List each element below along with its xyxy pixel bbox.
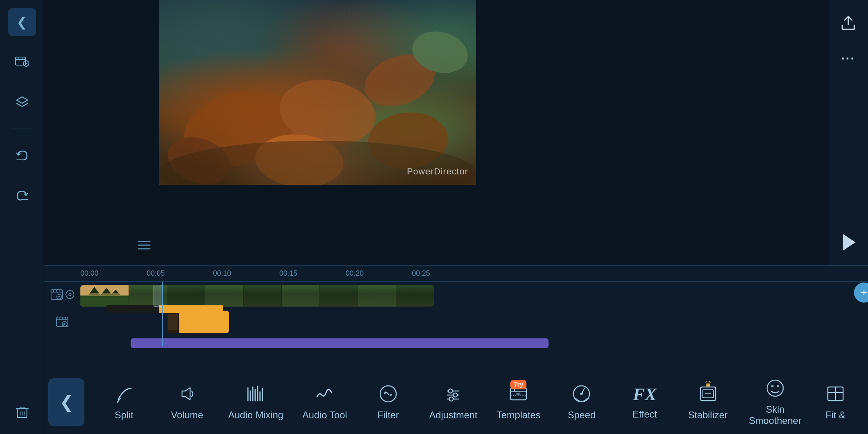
audio-clip-bar[interactable]: [131, 338, 549, 348]
speed-label: Speed: [568, 409, 596, 421]
svg-point-80: [777, 385, 779, 387]
skin-smoothener-label-2: Smoothener: [749, 415, 802, 426]
track-1-settings[interactable]: [65, 290, 75, 302]
svg-rect-11: [20, 407, 24, 409]
timeline-area: 00:00 00:05 00:10 00:15 00:20 00:25: [44, 265, 868, 370]
preview-area: PowerDirector: [44, 0, 828, 265]
split-icon-wrap: [114, 384, 134, 405]
speed-icon: [571, 384, 592, 404]
ruler-mark-0: 00:00: [80, 269, 98, 278]
skin-smoothener-label-wrap: Skin Smoothener: [749, 404, 802, 426]
svg-point-67: [449, 397, 453, 401]
adjustment-tool[interactable]: Adjustment: [429, 384, 477, 421]
svg-point-33: [66, 291, 74, 299]
pip-track-row: ②: [44, 310, 868, 336]
pip-thumb: [167, 311, 179, 333]
templates-tool[interactable]: Try Templates: [496, 384, 540, 421]
add-clip-button[interactable]: +: [854, 283, 868, 303]
video-track-content[interactable]: +: [80, 282, 868, 310]
toolbar-tools: Split Volume: [88, 378, 864, 426]
effect-label: Effect: [633, 409, 657, 420]
split-icon: [114, 384, 134, 404]
fit-tool[interactable]: Fit &: [820, 384, 850, 421]
video-preview: PowerDirector: [159, 0, 476, 185]
stabilizer-tool[interactable]: ♛ Stabilizer: [686, 384, 730, 421]
pip-track-content[interactable]: [80, 310, 868, 336]
speed-icon-wrap: [571, 384, 592, 405]
svg-point-78: [767, 380, 783, 396]
adjustment-label: Adjustment: [429, 409, 477, 421]
fit-label: Fit &: [825, 409, 845, 421]
audio-mixing-tool[interactable]: Audio Mixing: [228, 384, 283, 421]
svg-rect-72: [516, 393, 520, 395]
audio-tool-tool[interactable]: Audio Tool: [302, 384, 347, 421]
pip-clip-body: [179, 311, 229, 333]
video-clip-strip[interactable]: [80, 285, 434, 307]
fit-icon-wrap: [825, 384, 845, 405]
svg-point-74: [580, 393, 583, 395]
filter-label: Filter: [377, 409, 399, 421]
speed-tool[interactable]: Speed: [559, 384, 604, 421]
svg-rect-0: [16, 57, 25, 65]
more-options-button[interactable]: ···: [834, 44, 862, 72]
media-music-button[interactable]: [8, 48, 36, 76]
watermark: PowerDirector: [407, 166, 468, 177]
playhead-handle[interactable]: [154, 285, 162, 307]
ruler-mark-25: 00:25: [412, 269, 430, 278]
hamburger-menu[interactable]: [138, 240, 151, 253]
split-tool[interactable]: Split: [102, 384, 146, 421]
track-1-icon[interactable]: [50, 288, 63, 303]
volume-label: Volume: [171, 409, 203, 421]
filter-icon: [378, 384, 398, 404]
crown-icon: ♛: [704, 379, 712, 389]
yellow-clip-1[interactable]: [159, 305, 223, 313]
volume-icon: [177, 384, 197, 404]
ruler-mark-15: 00:15: [279, 269, 297, 278]
black-overlay-clip[interactable]: [106, 305, 159, 313]
sidebar-divider-1: [12, 129, 32, 129]
split-label: Split: [115, 409, 133, 421]
toolbar-back-button[interactable]: ❮: [48, 378, 84, 426]
fit-icon: [825, 384, 845, 404]
audio-mixing-icon-wrap: [246, 384, 266, 405]
timeline-tracks: +: [44, 282, 868, 370]
svg-point-65: [448, 389, 452, 393]
video-segment-7: [358, 285, 396, 307]
video-track-row: +: [44, 282, 868, 310]
preview-left-panel: [44, 0, 159, 265]
effect-icon: FX: [633, 385, 657, 404]
filter-tool[interactable]: Filter: [366, 384, 410, 421]
templates-icon-wrap: Try: [508, 384, 528, 405]
ruler-mark-20: 00:20: [346, 269, 364, 278]
back-button[interactable]: ❮: [8, 8, 36, 36]
skin-smoothener-tool[interactable]: Skin Smoothener: [749, 378, 802, 426]
undo-button[interactable]: [8, 141, 36, 169]
preview-right-panel: [476, 0, 828, 265]
skin-smoothener-icon: [765, 378, 785, 398]
export-button[interactable]: [834, 8, 862, 36]
try-badge: Try: [510, 380, 526, 389]
templates-label: Templates: [497, 409, 540, 421]
track-1-controls: [44, 288, 80, 303]
ruler-mark-10: 00:10: [213, 269, 231, 278]
play-button[interactable]: [833, 227, 863, 257]
delete-button[interactable]: [8, 398, 36, 426]
left-sidebar: ❮: [0, 0, 44, 434]
redo-button[interactable]: [8, 181, 36, 209]
stabilizer-label: Stabilizer: [688, 409, 728, 421]
track-2-controls: ②: [44, 315, 80, 331]
audio-tool-icon-wrap: [315, 384, 335, 405]
video-segment-2: [167, 285, 205, 307]
svg-point-32: [58, 296, 60, 297]
layers-button[interactable]: [8, 88, 36, 117]
track-2-icon[interactable]: ②: [56, 315, 69, 331]
effect-tool[interactable]: FX Effect: [622, 384, 667, 420]
skin-smoothener-label-1: Skin: [766, 404, 785, 415]
volume-tool[interactable]: Volume: [165, 384, 209, 421]
effect-icon-wrap: FX: [633, 384, 657, 405]
filter-icon-wrap: [378, 384, 398, 405]
stabilizer-icon-wrap: ♛: [698, 384, 718, 405]
audio-mixing-icon: [246, 384, 266, 404]
pip-clip[interactable]: [167, 311, 229, 333]
video-segment-5: [281, 285, 319, 307]
